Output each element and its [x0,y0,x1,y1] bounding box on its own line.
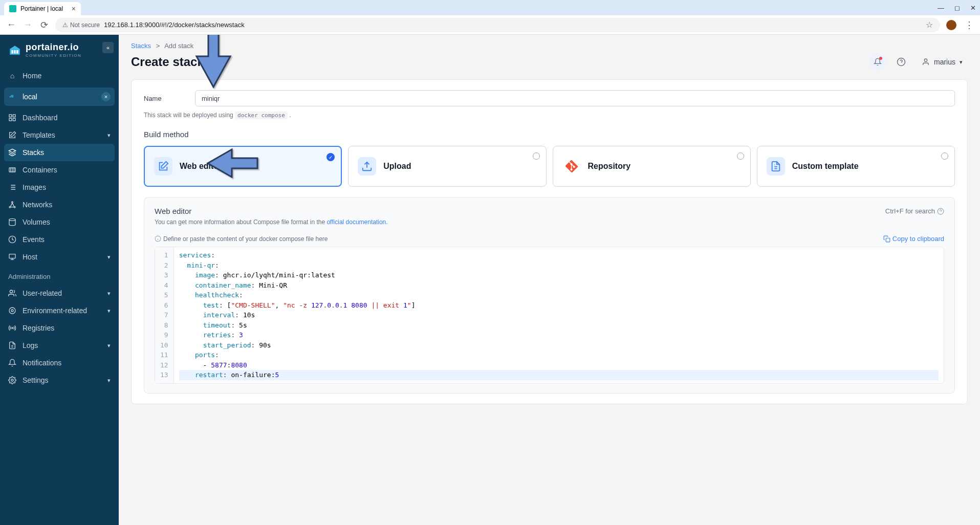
method-custom-template[interactable]: Custom template [757,146,955,187]
refresh-icon[interactable]: ⟳ [209,57,216,67]
code-content[interactable]: services: mini-qr: image: ghcr.io/lyqht/… [174,247,944,383]
security-badge[interactable]: ⚠ Not secure [62,21,100,29]
radio-icon [737,152,744,160]
breadcrumb-root[interactable]: Stacks [131,42,151,50]
nav-logs[interactable]: Logs▾ [0,337,119,354]
images-icon [8,183,16,191]
help-icon[interactable] [893,54,909,70]
nav-images[interactable]: Images [0,179,119,196]
docker-icon [8,93,16,101]
editor-shortcut-hint: Ctrl+F for search [885,207,944,215]
nav-user-related[interactable]: User-related▾ [0,285,119,302]
chevron-down-icon: ▾ [107,254,111,260]
radio-icon [533,152,540,160]
browser-tab[interactable]: Portainer | local × [4,2,81,15]
copy-to-clipboard-button[interactable]: Copy to clipboard [883,235,944,243]
code-line[interactable]: timeout: 5s [179,320,939,331]
info-icon [155,235,161,242]
code-line[interactable]: mini-qr: [179,260,939,271]
reload-button[interactable]: ⟳ [39,19,49,31]
code-line[interactable]: restart: on-failure:5 [179,370,939,380]
user-menu[interactable]: marius ▾ [917,55,968,69]
nav-home[interactable]: ⌂ Home [0,67,119,84]
nav-stacks[interactable]: Stacks [4,144,115,161]
nav-networks[interactable]: Networks [0,196,119,213]
nav-events[interactable]: Events [0,231,119,248]
address-bar[interactable]: ⚠ Not secure 192.168.1.18:9000/#!/2/dock… [55,18,940,32]
nav-registries[interactable]: Registries [0,319,119,337]
upload-icon [358,157,376,176]
env-icon [8,307,16,315]
code-line[interactable]: container_name: Mini-QR [179,280,939,291]
window-maximize-icon[interactable]: ◻ [954,4,960,12]
editor-placeholder-hint: Define or paste the content of your dock… [155,235,328,243]
breadcrumb: Stacks > Add stack [119,35,980,52]
svg-point-10 [14,206,15,208]
browser-toolbar: ← → ⟳ ⚠ Not secure 192.168.1.18:9000/#!/… [0,15,980,35]
nav-dashboard[interactable]: Dashboard [0,109,119,126]
breadcrumb-leaf: Add stack [164,42,193,50]
code-line[interactable]: retries: 3 [179,330,939,340]
volumes-icon [8,218,16,226]
url-text: 192.168.1.18:9000/#!/2/docker/stacks/new… [104,21,245,29]
code-editor[interactable]: 12345678910111213 services: mini-qr: ima… [155,247,944,384]
profile-avatar[interactable] [946,20,956,30]
brand-logo[interactable]: portainer.io COMMUNITY EDITION [0,35,119,67]
nav-host[interactable]: Host▾ [0,248,119,266]
svg-point-8 [12,202,13,203]
portainer-logo-icon [8,43,21,57]
users-icon [8,289,16,297]
brand-name: portainer.io [26,42,81,53]
nav-volumes[interactable]: Volumes [0,213,119,231]
code-line[interactable]: healthcheck: [179,290,939,300]
custom-template-icon [767,157,785,176]
logs-icon [8,341,16,349]
nav-containers[interactable]: Containers [0,161,119,179]
notifications-icon[interactable] [869,54,886,70]
nav-environment-local[interactable]: local × [4,88,115,106]
window-minimize-icon[interactable]: — [938,4,944,12]
copy-icon [883,235,890,243]
nav-notifications[interactable]: Notifications [0,354,119,371]
settings-icon [8,376,16,384]
docs-link[interactable]: official documentation [326,218,386,226]
sidebar: portainer.io COMMUNITY EDITION « ⌂ Home … [0,35,119,525]
back-button[interactable]: ← [6,19,16,30]
nav-settings[interactable]: Settings▾ [0,371,119,389]
bookmark-star-icon[interactable]: ☆ [926,20,933,30]
svg-point-16 [12,327,13,329]
method-web-editor[interactable]: Web editor✓ [144,146,342,187]
home-icon: ⌂ [8,72,16,80]
nav-templates[interactable]: Templates▾ [0,126,119,144]
method-repository[interactable]: Repository [553,146,751,187]
web-editor-panel: Web editor Ctrl+F for search You can get… [144,197,955,393]
svg-rect-6 [9,118,12,121]
method-upload[interactable]: Upload [348,146,546,187]
svg-rect-2 [16,50,18,54]
svg-rect-3 [9,115,12,117]
code-line[interactable]: start_period: 90s [179,340,939,351]
code-line[interactable]: services: [179,250,939,260]
main-content: Stacks > Add stack Create stack ⟳ marius… [119,35,980,525]
name-input[interactable] [195,90,955,106]
dashboard-icon [8,114,16,122]
code-line[interactable]: test: ["CMD-SHELL", "nc -z 127.0.0.1 808… [179,300,939,311]
window-close-icon[interactable]: ✕ [970,4,976,12]
user-icon [922,58,930,66]
tab-close-icon[interactable]: × [72,5,76,13]
admin-section-label: Administration [0,266,119,285]
build-method-grid: Web editor✓UploadRepositoryCustom templa… [144,146,955,187]
nav-environment-related[interactable]: Environment-related▾ [0,302,119,319]
code-line[interactable]: image: ghcr.io/lyqht/mini-qr:latest [179,270,939,280]
code-line[interactable]: ports: [179,350,939,360]
svg-rect-21 [886,238,890,242]
code-line[interactable]: - 5877:8080 [179,360,939,370]
svg-rect-4 [13,115,15,117]
forward-button[interactable]: → [23,19,33,30]
env-close-icon[interactable]: × [101,92,111,101]
browser-menu-icon[interactable]: ⋮ [965,19,974,31]
tab-title: Portainer | local [20,5,63,12]
sidebar-collapse-button[interactable]: « [102,42,114,53]
code-line[interactable]: interval: 10s [179,310,939,320]
radio-icon [941,152,948,160]
